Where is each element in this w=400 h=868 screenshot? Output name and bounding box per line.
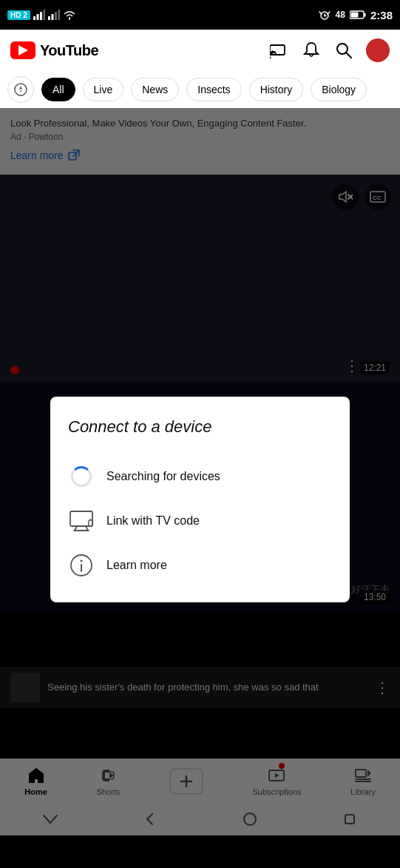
signal-icon-2: [48, 10, 60, 20]
svg-line-26: [75, 526, 77, 531]
time: 2:38: [370, 9, 393, 21]
explore-chip[interactable]: [7, 76, 34, 103]
main-content: Look Professional, Make Videos Your Own,…: [0, 108, 400, 835]
svg-point-32: [81, 560, 83, 562]
svg-rect-0: [33, 16, 35, 20]
battery-icon: [350, 10, 366, 19]
svg-rect-11: [350, 13, 358, 18]
notifications-button[interactable]: [301, 40, 322, 61]
learn-more-label: Learn more: [106, 559, 167, 572]
svg-rect-1: [36, 14, 38, 20]
status-bar: HD 2 48: [0, 0, 400, 30]
battery-level: 48: [336, 10, 345, 20]
wifi-icon: [63, 10, 76, 20]
chip-history[interactable]: History: [249, 78, 304, 101]
cast-button[interactable]: [268, 40, 289, 61]
searching-for-devices-item[interactable]: Searching for devices: [68, 454, 332, 499]
svg-rect-5: [51, 14, 53, 20]
search-icon: [336, 42, 352, 58]
tv-icon: [68, 508, 95, 534]
filter-bar: All Live News Insects History Biology: [0, 71, 400, 108]
signal-icon-1: [33, 10, 45, 20]
svg-line-15: [347, 53, 352, 58]
profile-avatar[interactable]: [366, 38, 390, 62]
yt-logo-text: YouTube: [40, 42, 98, 59]
chip-all[interactable]: All: [41, 78, 75, 101]
alarm-icon: [318, 10, 331, 20]
svg-rect-6: [55, 12, 57, 20]
svg-rect-2: [40, 12, 42, 20]
bell-icon: [303, 41, 319, 59]
svg-marker-18: [19, 90, 22, 93]
youtube-logo: YouTube: [10, 41, 98, 59]
svg-rect-29: [89, 520, 92, 526]
connect-to-device-modal: Connect to a device Searching for device…: [50, 397, 350, 602]
tv-code-label: Link with TV code: [106, 514, 200, 528]
svg-point-13: [270, 57, 271, 59]
status-left: HD 2: [7, 10, 76, 20]
svg-rect-3: [43, 10, 45, 20]
yt-logo-icon: [10, 41, 35, 59]
search-button[interactable]: [333, 40, 354, 61]
header-actions: [268, 38, 390, 62]
info-circle-icon: [70, 554, 93, 577]
modal-title: Connect to a device: [68, 417, 332, 437]
spinner-icon: [68, 463, 95, 490]
link-tv-code-item[interactable]: Link with TV code: [68, 499, 332, 543]
svg-point-16: [15, 84, 27, 95]
info-icon: [68, 552, 95, 579]
learn-more-item[interactable]: Learn more: [68, 543, 332, 588]
chip-live[interactable]: Live: [83, 78, 124, 101]
searching-label: Searching for devices: [106, 470, 220, 483]
status-right: 48 2:38: [318, 9, 393, 21]
chip-news[interactable]: News: [131, 78, 179, 101]
svg-rect-4: [48, 16, 50, 20]
svg-marker-17: [19, 86, 22, 90]
youtube-header: YouTube: [0, 30, 400, 71]
svg-rect-10: [364, 13, 365, 17]
svg-rect-7: [58, 10, 60, 20]
chip-insects[interactable]: Insects: [186, 78, 241, 101]
chip-biology[interactable]: Biology: [311, 78, 367, 101]
cast-icon: [270, 42, 288, 58]
svg-line-27: [86, 526, 88, 531]
hd-badge: HD 2: [7, 10, 30, 20]
compass-icon: [14, 83, 27, 96]
tv-code-icon: [69, 510, 94, 532]
